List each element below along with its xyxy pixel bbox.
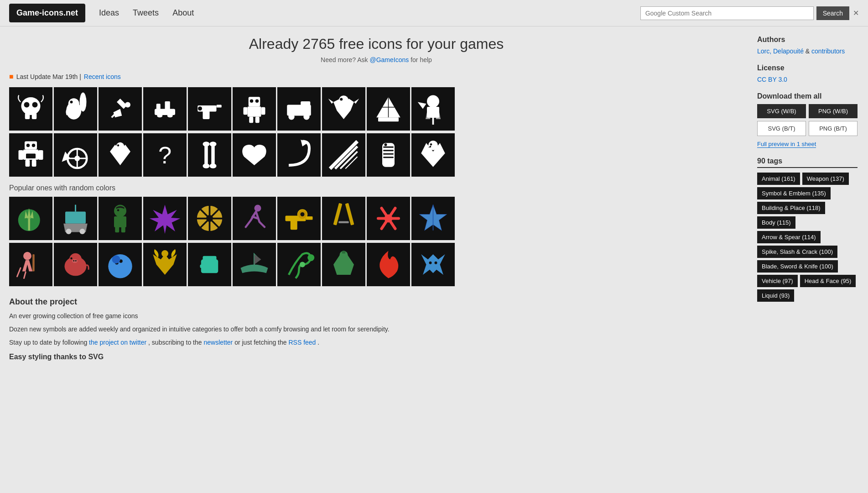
svg-rect-45 — [19, 150, 24, 160]
icon-griffon[interactable] — [322, 87, 365, 131]
icon-colored-soldier[interactable] — [99, 197, 142, 240]
svg-point-116 — [108, 254, 132, 278]
license-link[interactable]: CC BY 3.0 — [757, 76, 787, 83]
icon-ambulance[interactable] — [277, 87, 321, 131]
tag-button[interactable]: Arrow & Spear (114) — [757, 231, 821, 243]
authors-section: Authors Lorc, Delapouité & contributors — [757, 36, 858, 55]
icon-colored-vine[interactable] — [277, 243, 321, 286]
icon-colored-warrior[interactable] — [322, 243, 365, 286]
close-icon[interactable]: ✕ — [853, 9, 859, 17]
icon-dark-bird[interactable] — [99, 133, 142, 177]
svg-bt-button[interactable]: SVG (B/T) — [757, 121, 806, 136]
icon-swirl-arrow[interactable] — [277, 133, 321, 177]
svg-rect-59 — [204, 143, 208, 167]
nav-about[interactable]: About — [172, 8, 194, 18]
svg-rect-101 — [306, 216, 313, 220]
tag-button[interactable]: Liquid (93) — [757, 289, 794, 302]
recent-icons-link[interactable]: Recent icons — [84, 73, 121, 80]
icon-pyramid[interactable] — [367, 87, 410, 131]
icon-question-mark[interactable]: ? — [143, 133, 187, 177]
svg-rect-86 — [114, 216, 126, 227]
tag-button[interactable]: Vehicle (97) — [757, 275, 798, 287]
icon-heart-shield[interactable] — [233, 133, 276, 177]
sidebar: Authors Lorc, Delapouité & contributors … — [757, 36, 858, 364]
tag-button[interactable]: Animal (161) — [757, 173, 800, 185]
tag-button[interactable]: Body (115) — [757, 216, 795, 229]
icon-mech-robot[interactable] — [9, 133, 52, 177]
svg-point-125 — [300, 262, 305, 267]
tag-button[interactable]: Spike, Slash & Crack (100) — [757, 246, 837, 258]
tag-button[interactable]: Head & Face (95) — [800, 275, 856, 287]
icon-mummy[interactable] — [367, 133, 410, 177]
svg-point-40 — [427, 95, 439, 108]
icon-diagonal-lines[interactable] — [322, 133, 365, 177]
png-bt-button[interactable]: PNG (B/T) — [809, 121, 858, 136]
svg-rect-123 — [200, 265, 205, 268]
icon-squirrel[interactable] — [54, 87, 97, 131]
icon-skull-bug[interactable] — [9, 87, 52, 131]
svg-rect-105 — [338, 221, 349, 224]
newsletter-link[interactable]: newsletter — [203, 339, 233, 346]
svg-point-128 — [429, 262, 432, 264]
logo[interactable]: Game-icons.net — [9, 4, 85, 22]
search-input[interactable] — [640, 6, 814, 20]
lorc-link[interactable]: Lorc, Delapouité — [757, 47, 804, 55]
icon-skate[interactable] — [143, 87, 187, 131]
icon-knight[interactable] — [411, 87, 455, 131]
icon-bones-legs[interactable] — [188, 133, 231, 177]
tag-button[interactable]: Building & Place (118) — [757, 202, 825, 214]
download-heading: Download them all — [757, 92, 858, 100]
icon-colored-revolver[interactable] — [277, 197, 321, 240]
svg-point-14 — [157, 114, 162, 118]
svg-point-4 — [32, 102, 38, 108]
icon-colored-pig[interactable] — [54, 243, 97, 286]
svg-rect-12 — [156, 104, 161, 110]
icon-wrench-bird[interactable] — [99, 87, 142, 131]
icon-colored-runner[interactable] — [233, 197, 276, 240]
tag-button[interactable]: Blade, Sword & Knife (100) — [757, 260, 838, 273]
icon-colored-wheat[interactable] — [9, 197, 52, 240]
rss-icon: ■ — [9, 73, 14, 81]
svg-point-21 — [250, 100, 254, 103]
contributors-link[interactable]: contributors — [811, 47, 845, 55]
icon-colored-fist[interactable] — [188, 243, 231, 286]
icon-colored-wheel[interactable] — [188, 197, 231, 240]
icon-colored-hand-burst[interactable] — [367, 197, 410, 240]
icon-colored-wolf[interactable] — [411, 243, 455, 286]
icon-colored-female-warrior[interactable] — [9, 243, 52, 286]
svg-text:?: ? — [158, 142, 172, 168]
about-desc2: Dozen new symbols are added weekly and o… — [9, 325, 743, 334]
svg-point-34 — [339, 95, 348, 105]
svg-rect-17 — [203, 110, 210, 119]
tag-button[interactable]: Weapon (137) — [802, 173, 849, 185]
png-wb-button[interactable]: PNG (W/B) — [809, 104, 858, 118]
rss-feed-link[interactable]: RSS feed — [288, 339, 316, 346]
icon-colored-swords[interactable] — [322, 197, 365, 240]
twitter-link[interactable]: @GameIcons — [369, 56, 409, 63]
search-button[interactable]: Search — [816, 6, 849, 20]
icon-colored-emblem[interactable] — [411, 197, 455, 240]
icon-colored-explosion[interactable] — [143, 197, 187, 240]
icon-colored-angel[interactable] — [143, 243, 187, 286]
full-preview-link[interactable]: Full preview in 1 sheet — [757, 141, 816, 148]
about-desc1: An ever growing collection of free game … — [9, 311, 743, 321]
colored-section-title: Popular ones with random colors — [9, 184, 743, 192]
colored-icon-grid-row2 — [9, 243, 743, 286]
icon-pistol[interactable] — [188, 87, 231, 131]
nav-tweets[interactable]: Tweets — [133, 8, 159, 18]
icon-colored-flame[interactable] — [367, 243, 410, 286]
authors-heading: Authors — [757, 36, 858, 44]
svg-wb-button[interactable]: SVG (W/B) — [757, 104, 806, 118]
twitter-project-link[interactable]: the project on twitter — [89, 339, 146, 346]
icon-eagle[interactable] — [411, 133, 455, 177]
icon-robot-soldier[interactable] — [233, 87, 276, 131]
svg-point-76 — [428, 141, 438, 150]
nav-ideas[interactable]: Ideas — [99, 8, 119, 18]
update-text: Last Update Mar 19th | — [16, 73, 81, 80]
tag-button[interactable]: Symbol & Emblem (135) — [757, 187, 831, 199]
icon-colored-minecart[interactable] — [54, 197, 97, 240]
icon-wheel-plow[interactable] — [54, 133, 97, 177]
license-heading: License — [757, 64, 858, 72]
icon-colored-bowling[interactable] — [99, 243, 142, 286]
icon-colored-longship[interactable] — [233, 243, 276, 286]
